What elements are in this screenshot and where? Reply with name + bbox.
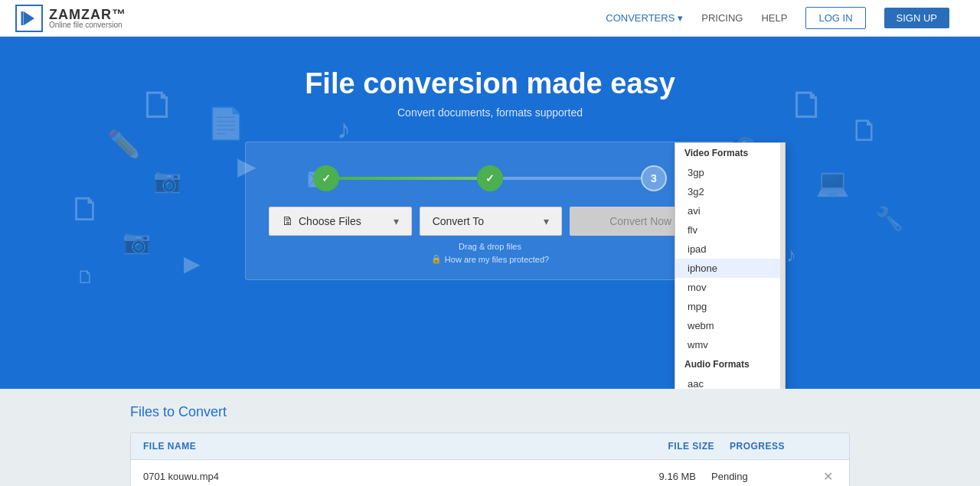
format-aac[interactable]: aac	[675, 374, 785, 389]
chevron-down-icon: ▾	[678, 12, 683, 24]
step-2-line	[503, 177, 641, 180]
format-mov[interactable]: mov	[675, 278, 785, 297]
lock-icon: 🔒	[431, 254, 442, 264]
upload-icon: 🖺	[282, 215, 292, 227]
chevron-down-icon: ▾	[394, 215, 399, 227]
audio-formats-header: Audio Formats	[675, 354, 785, 374]
drag-drop-label: Drag & drop files	[269, 242, 711, 251]
nav-pricing[interactable]: PRICING	[701, 12, 743, 24]
step-1-circle: ✓	[313, 165, 339, 191]
format-mpg[interactable]: mpg	[675, 297, 785, 316]
col-filesize-header: FILE SIZE	[638, 441, 714, 452]
step-indicators: ✓ ✓ 3	[269, 165, 711, 191]
format-avi[interactable]: avi	[675, 201, 785, 220]
format-3g2[interactable]: 3g2	[675, 182, 785, 201]
step-3-circle: 3	[641, 165, 667, 191]
format-flv[interactable]: flv	[675, 220, 785, 240]
video-formats-header: Video Formats	[675, 143, 785, 163]
format-dropdown[interactable]: Video Formats 3gp 3g2 avi flv ipad iphon…	[675, 142, 786, 389]
login-button[interactable]: LOG IN	[805, 7, 865, 29]
format-3gp[interactable]: 3gp	[675, 163, 785, 182]
hero-section: 🗋 📄 ✏️ 📷 🗋 ▶ 📧 ♪ 📷 ▶ 🗋 🗋 🔍 💻 📷 🔧 ♪ 🗋 Fil…	[0, 37, 980, 389]
logo-name: ZAMZAR™	[49, 8, 126, 21]
svg-marker-0	[24, 11, 34, 25]
signup-button[interactable]: SIGN UP	[884, 8, 949, 28]
converter-widget: ✓ ✓ 3 🖺 Choose Files ▾ Convert To ▾ Conv…	[245, 142, 735, 280]
chevron-down-icon: ▾	[544, 215, 549, 227]
step-2-circle: ✓	[477, 165, 503, 191]
step-1-line	[339, 177, 477, 180]
files-title: Files to Convert	[130, 404, 850, 420]
nav-converters[interactable]: CONVERTERS ▾	[606, 12, 683, 24]
col-filename-header: FILE NAME	[143, 441, 638, 452]
files-table: FILE NAME FILE SIZE PROGRESS 0701 kouwu.…	[130, 432, 850, 486]
choose-files-button[interactable]: 🖺 Choose Files ▾	[269, 207, 412, 236]
file-name: 0701 kouwu.mp4	[143, 471, 619, 482]
format-iphone[interactable]: iphone	[675, 259, 785, 278]
widget-buttons: 🖺 Choose Files ▾ Convert To ▾ Convert No…	[269, 207, 711, 236]
hero-title: File conversion made easy	[305, 67, 675, 100]
col-progress-header: PROGRESS	[714, 441, 837, 452]
hero-subtitle: Convert documents, formats supported	[397, 106, 583, 119]
delete-file-button[interactable]: ✕	[818, 469, 837, 484]
nav-help[interactable]: HELP	[761, 12, 787, 24]
table-row: 0701 kouwu.mp4 9.16 MB Pending ✕	[131, 460, 849, 486]
dropdown-scrollbar[interactable]	[780, 143, 785, 389]
files-section: Files to Convert FILE NAME FILE SIZE PRO…	[0, 389, 980, 486]
logo-sub: Online file conversion	[49, 21, 126, 29]
logo-text: ZAMZAR™ Online file conversion	[49, 8, 126, 29]
header: ZAMZAR™ Online file conversion CONVERTER…	[0, 0, 980, 37]
files-table-header: FILE NAME FILE SIZE PROGRESS	[131, 433, 849, 460]
format-ipad[interactable]: ipad	[675, 240, 785, 259]
format-wmv[interactable]: wmv	[675, 335, 785, 354]
convert-to-button[interactable]: Convert To ▾	[420, 207, 563, 236]
header-nav: CONVERTERS ▾ PRICING HELP LOG IN SIGN UP	[149, 7, 949, 29]
logo: ZAMZAR™ Online file conversion	[15, 5, 126, 32]
logo-icon	[15, 5, 43, 32]
protect-link[interactable]: 🔒 How are my files protected?	[269, 254, 711, 264]
file-progress: Pending	[696, 471, 818, 482]
file-size: 9.16 MB	[619, 471, 696, 482]
format-webm[interactable]: webm	[675, 316, 785, 335]
